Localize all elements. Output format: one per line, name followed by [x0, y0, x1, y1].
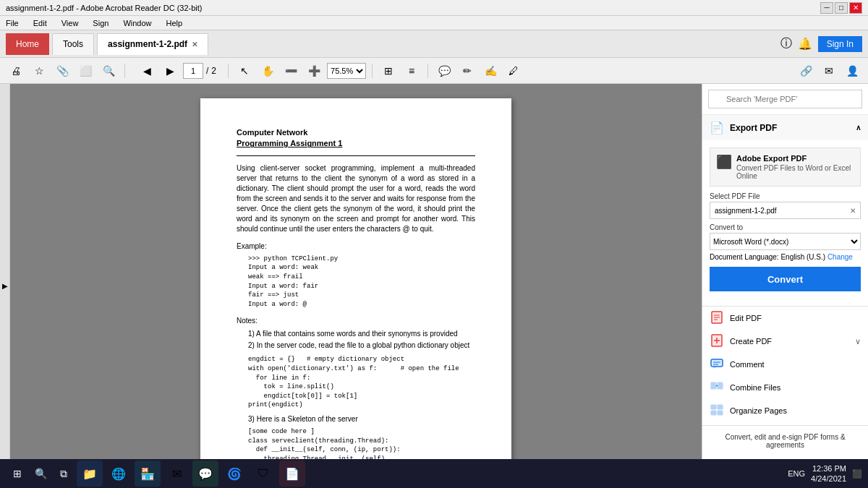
search-button[interactable]: 🔍	[98, 61, 119, 81]
export-pdf-header[interactable]: 📄 Export PDF ∧	[702, 115, 868, 140]
svg-rect-17	[718, 405, 723, 409]
send-button[interactable]: ✉	[819, 61, 839, 81]
notification-icon[interactable]: 🔔	[798, 37, 812, 51]
pdf-example-line-3: Input a word: fair	[248, 282, 475, 291]
create-pdf-expand[interactable]: ∨	[855, 337, 861, 346]
search-box	[702, 84, 868, 115]
convert-button[interactable]: Convert	[710, 267, 861, 291]
export-pdf-chevron[interactable]: ∧	[856, 124, 861, 132]
taskbar-store[interactable]: 🏪	[135, 461, 161, 487]
pdf-viewer: Computer Network Programming Assignment …	[10, 84, 702, 488]
next-page-button[interactable]: ▶	[160, 61, 180, 81]
cursor-tool-button[interactable]: ↖	[234, 61, 255, 81]
taskbar-file-explorer[interactable]: 📁	[77, 461, 103, 487]
sign-tool[interactable]: 🖊	[503, 61, 524, 81]
taskbar-edge[interactable]: 🌀	[221, 461, 247, 487]
zoom-in-button[interactable]: ➕	[304, 61, 324, 81]
close-button[interactable]: ✕	[849, 2, 862, 14]
page-separator: /	[206, 66, 208, 76]
taskbar-task-view[interactable]: ⧉	[52, 462, 75, 485]
hand-tool-button[interactable]: ✋	[258, 61, 278, 81]
layout-button[interactable]: ⊞	[378, 61, 399, 81]
export-section-content: ⬛ Adobe Export PDF Convert PDF Files to …	[702, 140, 868, 306]
taskbar-whatsapp[interactable]: 💬	[192, 461, 218, 487]
lang-label: Document Language:	[710, 253, 779, 261]
pdf-paragraph: Using client-server socket programming, …	[237, 163, 475, 234]
create-pdf-item[interactable]: Create PDF ∨	[702, 330, 868, 353]
share-button[interactable]: 🔗	[796, 61, 816, 81]
tab-home[interactable]: Home	[6, 33, 49, 55]
pdf-title-2: Programming Assignment 1	[237, 138, 475, 149]
taskbar-clock: 12:36 PM	[811, 463, 846, 474]
convert-type-select[interactable]: Microsoft Word (*.docx) Microsoft Excel …	[710, 233, 861, 250]
highlight-tool[interactable]: ✏	[457, 61, 477, 81]
tab-close-icon[interactable]: ✕	[192, 40, 197, 48]
adobe-export-desc: Convert PDF Files to Word or Excel Onlin…	[736, 164, 854, 180]
pdf-divider	[237, 155, 475, 156]
taskbar-mail[interactable]: ✉	[163, 461, 190, 487]
comment-tool[interactable]: 💬	[434, 61, 454, 81]
document-tab-label: assignment-1-2.pdf	[108, 39, 187, 49]
create-pdf-icon	[710, 333, 724, 349]
menu-edit[interactable]: Edit	[30, 17, 50, 29]
user-button[interactable]: 👤	[842, 61, 862, 81]
comment-label: Comment	[730, 360, 765, 369]
pdf-code-line-4: engdict[tok[0]] = tok[1]	[248, 392, 475, 401]
home-label: Home	[16, 39, 39, 49]
zoom-out-button[interactable]: ➖	[281, 61, 301, 81]
pdf-server-line-1: class serveclient(threading.Thread):	[248, 437, 475, 446]
bookmark-button[interactable]: ☆	[29, 61, 49, 81]
minimize-button[interactable]: ─	[820, 2, 833, 14]
menu-window[interactable]: Window	[120, 17, 154, 29]
svg-rect-14	[718, 382, 723, 389]
file-select-clear[interactable]: ✕	[850, 207, 856, 215]
change-lang-link[interactable]: Change	[827, 253, 853, 261]
menu-help[interactable]: Help	[163, 17, 186, 29]
page-number-input[interactable]: 1	[183, 63, 203, 79]
left-toggle-icon: ▶	[2, 282, 8, 290]
menu-view[interactable]: View	[59, 17, 82, 29]
edit-pdf-item[interactable]: Edit PDF	[702, 307, 868, 330]
attach-button[interactable]: 📎	[52, 61, 72, 81]
combine-files-item[interactable]: Combine Files	[702, 376, 868, 399]
pdf-notes-label: Notes:	[237, 316, 475, 326]
left-panel-toggle[interactable]: ▶	[0, 84, 10, 488]
combine-files-icon	[710, 380, 724, 395]
menu-file[interactable]: File	[3, 17, 22, 29]
export-pdf-icon: 📄	[710, 121, 724, 134]
pdf-note3: 3) Here is a Skeleton of the server	[248, 414, 475, 424]
taskbar-windows-defender[interactable]: 🛡	[250, 461, 276, 487]
right-panel: 📄 Export PDF ∧ ⬛ Adobe Export PDF Conver…	[702, 84, 868, 488]
adobe-icon: ⬛	[716, 154, 732, 170]
zoom-select[interactable]: 75.5% 50% 100% 125% 150%	[327, 63, 366, 79]
print-button[interactable]: 🖨	[6, 61, 26, 81]
sign-in-button[interactable]: Sign In	[818, 36, 862, 52]
selected-file-name: assignment-1-2.pdf	[715, 207, 777, 215]
tab-document[interactable]: assignment-1-2.pdf ✕	[97, 33, 208, 55]
taskbar-start[interactable]: ⊞	[6, 462, 29, 485]
organize-pages-item[interactable]: Organize Pages	[702, 399, 868, 422]
right-panel-scroll[interactable]: 📄 Export PDF ∧ ⬛ Adobe Export PDF Conver…	[702, 84, 868, 488]
tab-tools[interactable]: Tools	[52, 33, 94, 55]
taskbar-acrobat[interactable]: 📄	[279, 461, 305, 487]
restore-button[interactable]: □	[835, 2, 848, 14]
menu-sign[interactable]: Sign	[90, 17, 111, 29]
pdf-code-line-0: engdict = {} # empty dictionary object	[248, 355, 475, 364]
prev-page-button[interactable]: ◀	[137, 61, 157, 81]
organize-pages-icon	[710, 403, 724, 419]
comment-item[interactable]: Comment	[702, 353, 868, 376]
search-input[interactable]	[708, 90, 862, 108]
properties-button[interactable]: ⬜	[75, 61, 95, 81]
scroll-button[interactable]: ≡	[401, 61, 422, 81]
title-bar: assignment-1-2.pdf - Adobe Acrobat Reade…	[0, 0, 868, 16]
svg-rect-9	[711, 359, 723, 367]
taskbar-notification[interactable]: ⬛	[852, 469, 862, 479]
taskbar-language: ENG	[788, 469, 805, 478]
taskbar-search[interactable]: 🔍	[29, 462, 52, 485]
taskbar-chrome[interactable]: 🌐	[106, 461, 132, 487]
edit-pdf-label: Edit PDF	[730, 314, 762, 322]
svg-rect-13	[711, 382, 716, 389]
help-icon[interactable]: ⓘ	[780, 36, 792, 51]
draw-tool[interactable]: ✍	[480, 61, 501, 81]
pdf-server-line-0: [some code here ]	[248, 427, 475, 437]
